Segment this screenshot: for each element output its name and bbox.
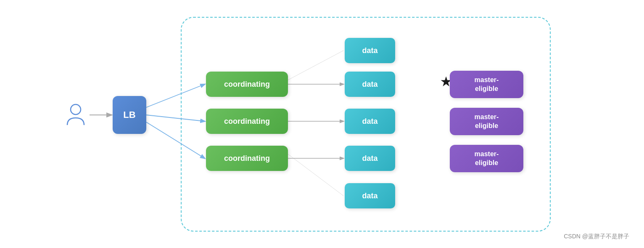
coordinating-node-3: coordinating <box>206 146 288 171</box>
master-label-1: master-eligible <box>475 76 499 93</box>
data-label-4: data <box>362 154 377 163</box>
coord-label-2: coordinating <box>224 117 270 126</box>
svg-point-9 <box>71 104 81 115</box>
data-node-1: data <box>345 38 395 63</box>
data-node-3: data <box>345 109 395 134</box>
data-label-3: data <box>362 117 377 126</box>
data-node-2: data <box>345 72 395 97</box>
data-node-5: data <box>345 183 395 208</box>
user-icon <box>65 103 86 128</box>
lb-label: LB <box>123 109 135 120</box>
master-node-3: master-eligible <box>450 145 523 172</box>
lb-box: LB <box>113 96 146 134</box>
master-node-2: master-eligible <box>450 108 523 135</box>
watermark: CSDN @蓝胖子不是胖子 <box>564 233 629 240</box>
diagram-container: LB coordinating coordinating coordinatin… <box>0 0 644 248</box>
data-label-2: data <box>362 80 377 89</box>
data-node-4: data <box>345 146 395 171</box>
data-label-1: data <box>362 46 377 55</box>
data-label-5: data <box>362 192 377 200</box>
coordinating-node-2: coordinating <box>206 109 288 134</box>
coordinating-node-1: coordinating <box>206 72 288 97</box>
master-node-1: master-eligible <box>450 71 523 98</box>
coord-label-1: coordinating <box>224 80 270 89</box>
master-label-3: master-eligible <box>475 150 499 168</box>
master-label-2: master-eligible <box>475 113 499 131</box>
coord-label-3: coordinating <box>224 154 270 163</box>
